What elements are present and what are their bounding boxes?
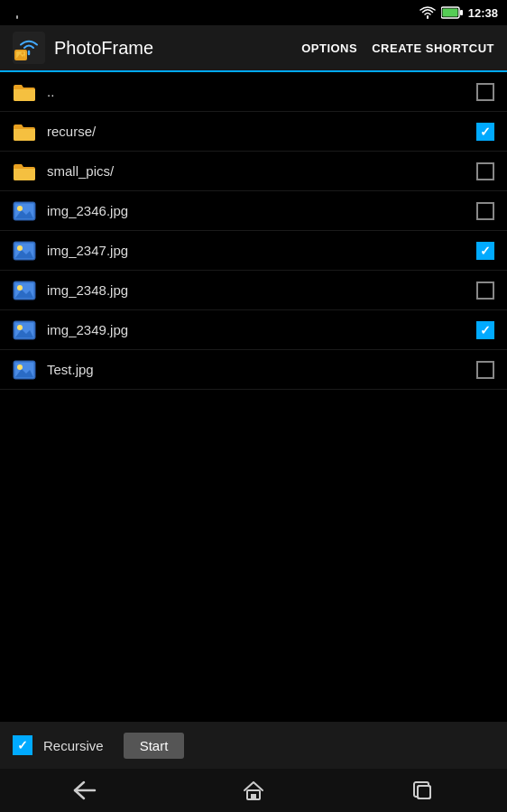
status-icons: 12:38 xyxy=(419,6,498,20)
check-mark: ✓ xyxy=(480,125,491,139)
file-checkbox[interactable]: ✓ xyxy=(476,242,494,260)
nav-bar xyxy=(0,769,507,812)
file-checkbox[interactable] xyxy=(476,162,494,180)
file-item[interactable]: .. xyxy=(0,72,507,112)
svg-point-19 xyxy=(17,285,23,291)
recursive-checkmark: ✓ xyxy=(17,738,28,752)
action-bar: PhotoFrame OPTIONS CREATE SHORTCUT xyxy=(0,25,507,72)
svg-point-27 xyxy=(17,364,23,370)
folder-icon xyxy=(13,161,36,181)
file-list: .. recurse/ ✓ small_pics/ img_2346.jpg xyxy=(0,72,507,390)
file-item[interactable]: img_2346.jpg xyxy=(0,191,507,231)
file-checkbox[interactable] xyxy=(476,83,494,101)
back-button[interactable] xyxy=(58,769,112,812)
recursive-label: Recursive xyxy=(43,738,104,753)
file-name: recurse/ xyxy=(47,124,476,139)
file-item[interactable]: Test.jpg xyxy=(0,350,507,390)
options-button[interactable]: OPTIONS xyxy=(301,42,357,55)
recent-button[interactable] xyxy=(395,769,449,812)
notification-icon xyxy=(9,5,25,23)
action-buttons: OPTIONS CREATE SHORTCUT xyxy=(301,42,494,55)
file-name: img_2347.jpg xyxy=(47,243,476,258)
file-name: Test.jpg xyxy=(47,362,476,377)
svg-rect-2 xyxy=(460,10,463,15)
file-item[interactable]: img_2348.jpg xyxy=(0,271,507,310)
recursive-checkbox[interactable]: ✓ xyxy=(13,735,32,755)
file-item[interactable]: small_pics/ xyxy=(0,152,507,191)
recent-icon xyxy=(412,780,432,800)
folder-icon xyxy=(13,122,36,142)
file-item[interactable]: recurse/ ✓ xyxy=(0,112,507,152)
battery-icon xyxy=(441,6,463,19)
file-checkbox[interactable]: ✓ xyxy=(476,321,494,339)
back-icon xyxy=(73,780,97,800)
wifi-icon xyxy=(419,6,436,19)
file-name: img_2348.jpg xyxy=(47,282,476,298)
create-shortcut-button[interactable]: CREATE SHORTCUT xyxy=(372,42,494,55)
file-item[interactable]: img_2347.jpg ✓ xyxy=(0,231,507,271)
svg-point-11 xyxy=(17,206,23,211)
file-checkbox[interactable] xyxy=(476,281,494,300)
image-icon xyxy=(13,320,36,340)
svg-point-7 xyxy=(22,52,24,55)
file-name: .. xyxy=(47,84,476,99)
home-button[interactable] xyxy=(226,769,281,812)
check-mark: ✓ xyxy=(480,323,491,337)
svg-rect-29 xyxy=(251,794,256,799)
svg-point-23 xyxy=(17,325,23,330)
svg-rect-31 xyxy=(418,786,430,798)
start-button[interactable]: Start xyxy=(124,733,185,759)
svg-rect-1 xyxy=(442,9,457,17)
file-checkbox[interactable] xyxy=(476,361,494,379)
image-icon xyxy=(13,241,36,261)
check-mark: ✓ xyxy=(480,244,491,258)
file-name: img_2349.jpg xyxy=(47,322,476,337)
folder-icon xyxy=(13,82,36,102)
svg-point-15 xyxy=(17,245,23,251)
app-icon xyxy=(13,32,45,64)
status-time: 12:38 xyxy=(468,6,498,20)
image-icon xyxy=(13,201,36,221)
status-bar: 12:38 xyxy=(0,0,507,25)
bottom-bar: ✓ Recursive Start xyxy=(0,722,507,769)
file-checkbox[interactable]: ✓ xyxy=(476,123,494,141)
file-checkbox[interactable] xyxy=(476,202,494,220)
app-title: PhotoFrame xyxy=(54,38,301,59)
file-item[interactable]: img_2349.jpg ✓ xyxy=(0,310,507,350)
home-icon xyxy=(243,780,264,801)
file-name: img_2346.jpg xyxy=(47,203,476,218)
file-name: small_pics/ xyxy=(47,163,476,179)
image-icon xyxy=(13,360,36,380)
image-icon xyxy=(13,281,36,300)
